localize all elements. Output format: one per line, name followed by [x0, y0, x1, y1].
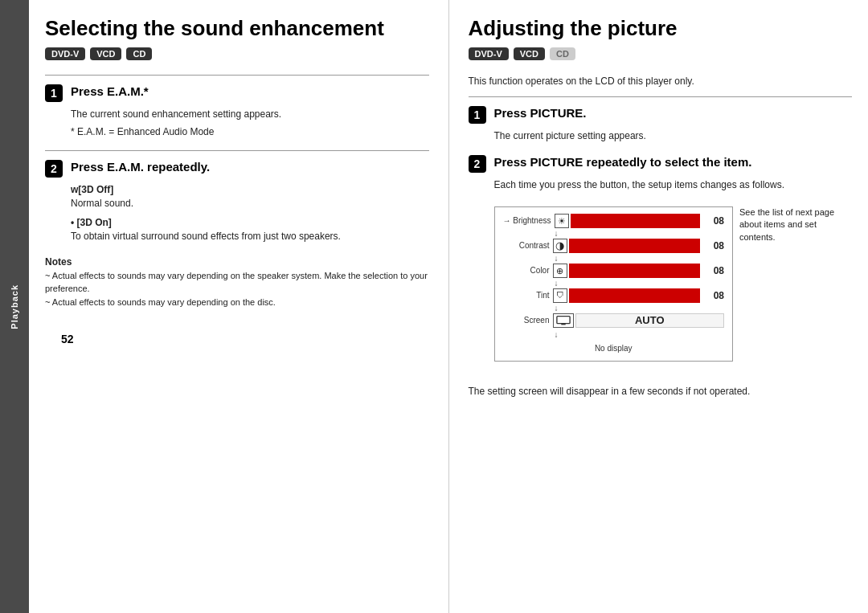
screen-label: Screen — [511, 314, 553, 326]
diagram-side-note: See the list of next page about items an… — [739, 206, 852, 243]
screen-down-arrow: ↓ — [555, 331, 725, 339]
contrast-down-arrow: ↓ — [555, 255, 725, 263]
brightness-arrow: → — [503, 215, 511, 227]
no-display-label: No display — [595, 342, 633, 354]
step1-body-line2: * E.A.M. = Enhanced Audio Mode — [71, 125, 429, 139]
screen-icon — [553, 313, 574, 328]
bullet2-label: • [3D On] — [71, 215, 429, 230]
badge-cd-left: CD — [126, 47, 152, 60]
right-step2-header: 2 Press PICTURE repeatedly to select the… — [469, 154, 853, 173]
bottom-note: The setting screen will disappear in a f… — [469, 384, 853, 398]
sidebar: Playback — [0, 0, 29, 613]
right-badge-row: DVD-V VCD CD — [469, 47, 853, 60]
badge-dvd-v-left: DVD-V — [45, 47, 85, 60]
tint-icon: ⛉ — [553, 288, 567, 303]
color-label: Color — [511, 264, 553, 276]
right-divider-1 — [469, 96, 853, 97]
right-step1-header: 1 Press PICTURE. — [469, 105, 853, 124]
screen-auto-value: AUTO — [635, 313, 665, 329]
right-column: Adjusting the picture DVD-V VCD CD This … — [449, 0, 869, 613]
step1-block: 1 Press E.A.M.* The current sound enhanc… — [45, 84, 429, 139]
bullet2: • [3D On] To obtain virtual surround sou… — [71, 215, 429, 243]
bullet1: w[3D Off] Normal sound. — [71, 182, 429, 210]
step1-title: Press E.A.M.* — [71, 84, 149, 100]
tint-down-arrow: ↓ — [555, 304, 725, 313]
notes-title: Notes — [45, 255, 429, 269]
right-step2-block: 2 Press PICTURE repeatedly to select the… — [469, 154, 853, 373]
screen-auto-bar: AUTO — [575, 313, 725, 328]
svg-rect-1 — [561, 324, 565, 325]
divider-1 — [45, 75, 429, 76]
left-section-title: Selecting the sound enhancement — [45, 16, 429, 41]
brightness-icon: ☀ — [555, 214, 569, 228]
step1-body: The current sound enhancement setting ap… — [45, 107, 429, 139]
right-step1-block: 1 Press PICTURE. The current picture set… — [469, 105, 853, 143]
sidebar-label: Playback — [10, 284, 19, 329]
right-section-title: Adjusting the picture — [469, 16, 853, 41]
bullet1-label: w[3D Off] — [71, 182, 429, 197]
tint-bar — [569, 288, 701, 303]
badge-vcd-right: VCD — [514, 47, 545, 60]
tint-label: Tint — [511, 289, 553, 301]
badge-cd-right: CD — [550, 47, 575, 60]
step1-header: 1 Press E.A.M.* — [45, 84, 429, 102]
color-icon: ⊕ — [553, 264, 567, 278]
step2-title: Press E.A.M. repeatedly. — [71, 159, 210, 175]
brightness-bar — [571, 214, 701, 228]
step2-header: 2 Press E.A.M. repeatedly. — [45, 159, 429, 178]
step2-block: 2 Press E.A.M. repeatedly. w[3D Off] Nor… — [45, 159, 429, 243]
diagram-wrapper: → Brightness ☀ 08 ↓ Contrast — [494, 195, 853, 373]
diagram-footer: No display — [503, 342, 725, 354]
brightness-label: Brightness — [513, 215, 555, 227]
color-value: 08 — [703, 264, 724, 278]
color-down-arrow: ↓ — [555, 280, 725, 288]
brightness-down-arrow: ↓ — [555, 230, 725, 238]
right-step2-number: 2 — [469, 155, 486, 173]
step2-body: w[3D Off] Normal sound. • [3D On] To obt… — [45, 182, 429, 243]
bullet1-text: Normal sound. — [71, 197, 429, 210]
right-step1-body: The current picture setting appears. — [469, 129, 853, 143]
right-step2-body-text: Each time you press the button, the setu… — [494, 178, 853, 192]
step1-body-line1: The current sound enhancement setting ap… — [71, 107, 429, 121]
bullet2-text: To obtain virtual surround sound effects… — [71, 230, 429, 243]
left-column: Selecting the sound enhancement DVD-V VC… — [29, 0, 449, 613]
right-step2-title: Press PICTURE repeatedly to select the i… — [494, 154, 752, 170]
step2-number: 2 — [45, 160, 63, 178]
contrast-icon: ◑ — [553, 239, 567, 253]
right-step1-title: Press PICTURE. — [494, 105, 587, 121]
main-content: Selecting the sound enhancement DVD-V VC… — [29, 0, 868, 613]
function-note: This function operates on the LCD of thi… — [469, 75, 853, 88]
right-step1-body-text: The current picture setting appears. — [494, 129, 853, 143]
notes-section: Notes ~ Actual effects to sounds may var… — [45, 255, 429, 309]
notes-line2: ~ Actual effects to sounds may vary depe… — [45, 296, 429, 309]
color-bar — [569, 264, 701, 278]
badge-dvd-v-right: DVD-V — [469, 47, 509, 60]
left-badge-row: DVD-V VCD CD — [45, 47, 429, 60]
step1-number: 1 — [45, 84, 63, 102]
page-number: 52 — [45, 309, 429, 353]
right-step1-number: 1 — [469, 106, 486, 124]
svg-rect-0 — [556, 317, 569, 324]
divider-2 — [45, 150, 429, 151]
right-step2-body: Each time you press the button, the setu… — [469, 178, 853, 373]
contrast-value: 08 — [703, 239, 724, 253]
contrast-label: Contrast — [511, 239, 553, 251]
brightness-value: 08 — [703, 214, 724, 228]
tint-value: 08 — [703, 288, 724, 303]
badge-vcd-left: VCD — [90, 47, 121, 60]
contrast-bar — [569, 239, 701, 253]
columns: Selecting the sound enhancement DVD-V VC… — [29, 0, 868, 613]
picture-diagram: → Brightness ☀ 08 ↓ Contrast — [494, 206, 734, 362]
notes-line1: ~ Actual effects to sounds may vary depe… — [45, 269, 429, 296]
